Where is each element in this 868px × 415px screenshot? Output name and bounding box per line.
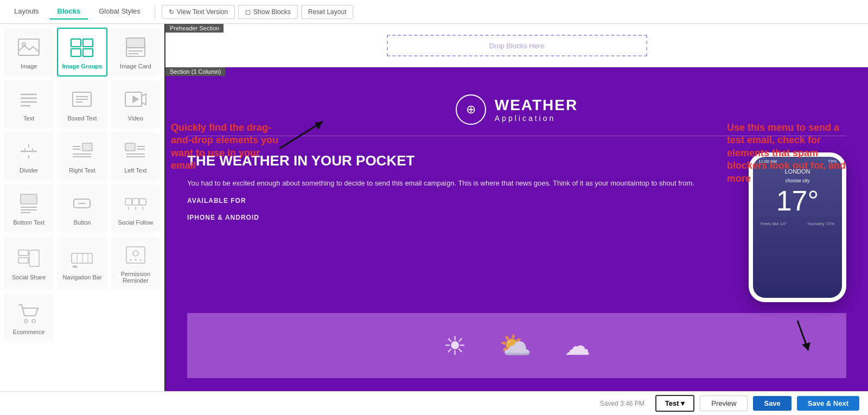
annotation-left: Quickly find the drag-and-drop elements … xyxy=(171,122,279,173)
svg-point-60 xyxy=(24,320,28,323)
svg-rect-43 xyxy=(139,199,146,205)
tab-layouts[interactable]: Layouts xyxy=(7,4,47,20)
block-button-label: Button xyxy=(74,219,91,226)
phone-temp: 17° xyxy=(753,184,842,217)
weather-body: You had to be excited enough about somet… xyxy=(187,178,732,189)
block-image-card[interactable]: Image Card xyxy=(111,28,161,76)
view-text-btn[interactable]: ↻ View Text Version xyxy=(162,5,235,19)
weather-app-subtitle: Application xyxy=(495,114,578,123)
reset-layout-btn[interactable]: Reset Layout xyxy=(301,5,354,19)
left-text-icon xyxy=(123,139,148,164)
svg-point-56 xyxy=(133,251,138,256)
save-button[interactable]: Save xyxy=(753,396,791,411)
block-navigation-bar[interactable]: Navigation Bar xyxy=(57,236,107,290)
annotation-right-arrow xyxy=(776,315,819,361)
block-image-groups-label: Image Groups xyxy=(62,63,103,69)
svg-rect-7 xyxy=(126,38,145,48)
saved-text: Saved 3:46 PM xyxy=(600,400,644,407)
block-divider[interactable]: Divider xyxy=(4,132,54,181)
block-ecommerce-label: Ecommerce xyxy=(13,329,45,335)
weather-platforms: IPHONE & ANDROID xyxy=(187,213,732,223)
svg-rect-48 xyxy=(18,258,28,263)
svg-rect-35 xyxy=(21,194,37,204)
block-image-label: Image xyxy=(21,63,37,69)
tab-blocks[interactable]: Blocks xyxy=(50,4,88,20)
block-text[interactable]: Text xyxy=(4,80,54,129)
block-right-text[interactable]: Right Text xyxy=(57,132,107,181)
phone-detail-1: Feels like 14° xyxy=(761,221,787,226)
block-left-text[interactable]: Left Text xyxy=(111,132,161,181)
partly-cloudy-icon: ⛅ xyxy=(499,330,532,361)
compass-icon: ⊕ xyxy=(456,94,486,125)
svg-point-58 xyxy=(135,259,136,261)
block-video-label: Video xyxy=(128,115,143,122)
annotation-right-text: Use this menu to send a test email, chec… xyxy=(727,122,846,184)
svg-rect-41 xyxy=(125,199,132,205)
block-social-follow-label: Social Follow xyxy=(118,219,153,226)
svg-rect-4 xyxy=(71,49,81,56)
annotation-left-arrow xyxy=(274,111,339,156)
test-button[interactable]: Test ▾ xyxy=(655,395,694,412)
svg-rect-5 xyxy=(83,49,93,56)
block-divider-label: Divider xyxy=(20,167,38,174)
block-social-share-label: Social Share xyxy=(12,274,46,280)
block-bottom-text[interactable]: Bottom Text xyxy=(4,184,54,233)
permission-reminder-icon xyxy=(123,242,148,267)
view-text-icon: ↻ xyxy=(169,8,174,16)
block-boxed-text-label: Boxed Text xyxy=(67,115,97,122)
block-social-follow[interactable]: Social Follow xyxy=(111,184,161,233)
image-groups-icon xyxy=(69,35,94,60)
bottom-bar: Saved 3:46 PM Test ▾ Preview Save Save &… xyxy=(0,391,868,415)
block-navigation-bar-label: Navigation Bar xyxy=(62,274,101,280)
tab-global-styles[interactable]: Global Styles xyxy=(91,4,148,20)
show-blocks-icon: ◻ xyxy=(245,8,251,16)
annotation-left-text: Quickly find the drag-and-drop elements … xyxy=(171,122,278,171)
svg-rect-2 xyxy=(71,39,81,47)
sidebar: Image Image Groups xyxy=(0,24,165,391)
view-text-label: View Text Version xyxy=(177,8,228,16)
canvas-area: Preheader Section Drop Blocks Here Secti… xyxy=(165,24,868,391)
show-blocks-btn[interactable]: ◻ Show Blocks xyxy=(238,5,298,19)
drop-zone-text: Drop Blocks Here xyxy=(489,42,545,50)
ecommerce-icon xyxy=(16,301,41,325)
svg-point-61 xyxy=(32,320,35,323)
video-icon xyxy=(123,87,148,112)
block-social-share[interactable]: Social Share xyxy=(4,236,54,290)
block-ecommerce[interactable]: Ecommerce xyxy=(4,293,54,342)
block-image-groups[interactable]: Image Groups xyxy=(57,28,107,76)
block-image[interactable]: Image xyxy=(4,28,54,76)
block-permission-reminder[interactable]: Permission Reminder xyxy=(111,236,161,290)
preheader-section: Preheader Section Drop Blocks Here xyxy=(165,24,868,67)
svg-rect-49 xyxy=(29,250,39,266)
image-card-icon xyxy=(123,35,148,60)
save-next-button[interactable]: Save & Next xyxy=(797,396,859,411)
preview-button[interactable]: Preview xyxy=(700,395,748,411)
cloud-icon: ☁ xyxy=(564,330,590,361)
preheader-label: Preheader Section xyxy=(165,24,224,33)
block-video[interactable]: Video xyxy=(111,80,161,129)
social-share-icon xyxy=(16,246,41,271)
social-follow-icon xyxy=(123,191,148,216)
svg-rect-50 xyxy=(72,253,92,263)
phone-details: Feels like 14° Humidity 72% xyxy=(753,217,842,231)
svg-point-59 xyxy=(139,259,141,261)
svg-marker-19 xyxy=(133,96,138,103)
block-permission-reminder-label: Permission Reminder xyxy=(114,271,157,284)
block-right-text-label: Right Text xyxy=(69,167,95,174)
image-icon xyxy=(16,35,41,60)
right-text-icon xyxy=(69,139,94,164)
block-bottom-text-label: Bottom Text xyxy=(13,219,44,226)
blocks-grid: Image Image Groups xyxy=(0,24,164,346)
divider-icon xyxy=(16,139,41,164)
block-image-card-label: Image Card xyxy=(120,63,151,69)
show-blocks-label: Show Blocks xyxy=(253,8,291,16)
text-icon xyxy=(16,87,41,112)
svg-rect-3 xyxy=(83,39,93,47)
bottom-text-icon xyxy=(16,191,41,216)
drop-zone[interactable]: Drop Blocks Here xyxy=(387,35,647,56)
boxed-text-icon xyxy=(69,87,94,112)
button-icon xyxy=(69,191,94,216)
block-button[interactable]: Button xyxy=(57,184,107,233)
toolbar: Layouts Blocks Global Styles ↻ View Text… xyxy=(0,0,868,24)
block-boxed-text[interactable]: Boxed Text xyxy=(57,80,107,129)
